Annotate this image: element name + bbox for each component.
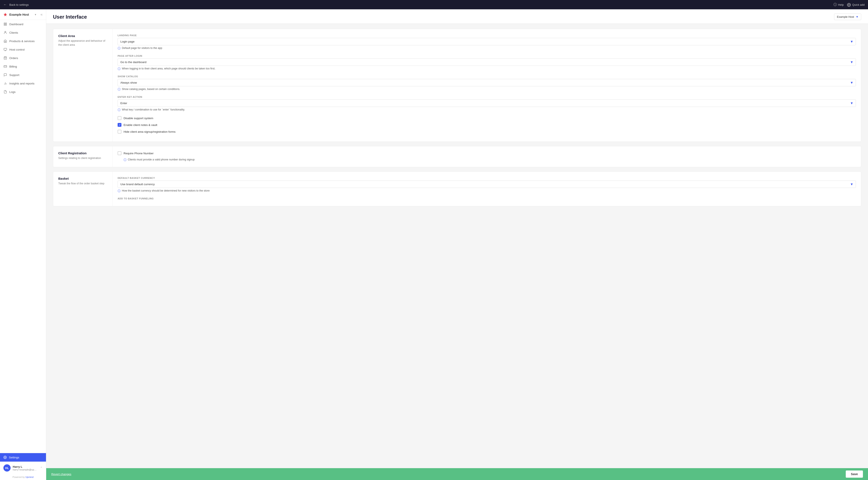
enter-key-action-select[interactable]: Enter bbox=[118, 100, 856, 107]
host-selector-chevron-icon: ▼ bbox=[856, 15, 859, 19]
user-initials: HL bbox=[5, 467, 9, 470]
info-icon: ⓘ bbox=[118, 46, 121, 50]
billing-icon bbox=[3, 65, 7, 68]
help-button[interactable]: ⓘ Help bbox=[833, 3, 844, 7]
info-icon: ⓘ bbox=[124, 158, 126, 162]
sidebar-item-label: Orders bbox=[9, 57, 18, 60]
sidebar-item-label: Billing bbox=[9, 65, 17, 68]
page-after-login-select[interactable]: Go to the dashboard bbox=[118, 59, 856, 66]
section-left: Basket Tweak the flow of the order baske… bbox=[53, 172, 113, 206]
require-phone-label: Require Phone Number bbox=[124, 152, 154, 155]
disable-support-checkbox-row[interactable]: Disable support system bbox=[118, 116, 856, 120]
landing-page-field: LANDING PAGE Login page ▼ ⓘ Default page… bbox=[118, 34, 856, 50]
default-basket-currency-info: ⓘ How the basket currency should be dete… bbox=[118, 189, 856, 193]
footer-bar: Revert changes Save bbox=[46, 468, 868, 480]
basket-title: Basket bbox=[58, 177, 107, 180]
require-phone-checkbox-row[interactable]: Require Phone Number bbox=[118, 151, 856, 155]
landing-page-select[interactable]: Login page bbox=[118, 38, 856, 45]
topbar: ← Back to settings ⓘ Help ⨁ Quick add bbox=[0, 0, 868, 9]
hide-signup-checkbox[interactable] bbox=[118, 130, 121, 134]
upmind-link[interactable]: Upmind bbox=[25, 476, 33, 478]
sidebar-item-host-control[interactable]: Host control bbox=[0, 45, 46, 54]
enter-key-action-label: ENTER KEY ACTION bbox=[118, 96, 856, 98]
default-basket-currency-label: DEFAULT BASKET CURRENCY bbox=[118, 177, 856, 179]
sidebar-item-support[interactable]: Support bbox=[0, 71, 46, 79]
sidebar-item-dashboard[interactable]: Dashboard bbox=[0, 20, 46, 28]
host-selector-label: Example Host bbox=[837, 15, 854, 19]
sidebar-item-orders[interactable]: Orders bbox=[0, 54, 46, 62]
client-registration-title: Client Registration bbox=[58, 151, 107, 155]
client-registration-section: Client Registration Settings relating to… bbox=[53, 146, 861, 167]
basket-section: Basket Tweak the flow of the order baske… bbox=[53, 171, 861, 206]
section-right: Require Phone Number ⓘ Clients must prov… bbox=[113, 146, 861, 167]
enable-client-notes-label: Enable client notes & vault bbox=[124, 124, 157, 127]
info-text: How the basket currency should be determ… bbox=[122, 189, 210, 192]
info-icon: ⓘ bbox=[118, 88, 121, 92]
back-to-settings-link[interactable]: Back to settings bbox=[9, 3, 29, 6]
section-left: Client Area Adjust the appearance and be… bbox=[53, 29, 113, 142]
settings-label: Settings bbox=[9, 456, 19, 459]
info-text: Clients must provide a valid phone numbe… bbox=[128, 158, 194, 161]
sidebar-item-products-services[interactable]: Products & services bbox=[0, 37, 46, 45]
svg-rect-10 bbox=[4, 65, 6, 67]
sidebar-item-billing[interactable]: Billing bbox=[0, 62, 46, 71]
products-icon bbox=[3, 39, 7, 43]
client-registration-desc: Settings relating to client registration bbox=[58, 156, 107, 160]
hide-signup-label: Hide client area signup/registration for… bbox=[124, 130, 176, 133]
info-text: When logging in to their client area, wh… bbox=[122, 67, 215, 70]
show-catalog-label: SHOW CATALOG bbox=[118, 75, 856, 78]
require-phone-checkbox[interactable] bbox=[118, 151, 121, 155]
add-to-basket-funneling-label: ADD TO BASKET FUNNELING bbox=[118, 197, 856, 200]
host-control-icon bbox=[3, 47, 7, 52]
quick-add-button[interactable]: ⨁ Quick add bbox=[847, 2, 865, 7]
main-header: User Interface Example Host ▼ bbox=[46, 9, 868, 24]
disable-support-checkbox[interactable] bbox=[118, 116, 121, 120]
sidebar-item-label: Clients bbox=[9, 31, 18, 34]
host-selector[interactable]: Example Host ▼ bbox=[834, 13, 861, 20]
page-after-login-info: ⓘ When logging in to their client area, … bbox=[118, 67, 856, 71]
enter-key-action-select-wrapper: Enter ▼ bbox=[118, 100, 856, 107]
sidebar-item-label: Products & services bbox=[9, 40, 35, 43]
show-catalog-field: SHOW CATALOG Always show ▼ ⓘ Show catalo… bbox=[118, 75, 856, 92]
user-row[interactable]: HL Harry L harry+example@upmind.... ⌃ bbox=[0, 461, 46, 474]
sidebar-item-label: Insights and reports bbox=[9, 82, 35, 85]
svg-marker-0 bbox=[4, 13, 7, 16]
main-body: Client Area Adjust the appearance and be… bbox=[46, 24, 868, 480]
user-name: Harry L bbox=[13, 465, 38, 468]
sidebar-item-logs[interactable]: Logs bbox=[0, 88, 46, 96]
section-left: Client Registration Settings relating to… bbox=[53, 146, 113, 167]
show-catalog-select-wrapper: Always show ▼ bbox=[118, 79, 856, 87]
layout: Example Host ▼ « Dashboard Clients bbox=[0, 9, 868, 480]
default-basket-currency-select[interactable]: Use brand default currency bbox=[118, 180, 856, 188]
show-catalog-select[interactable]: Always show bbox=[118, 79, 856, 87]
enable-client-notes-checkbox-row[interactable]: Enable client notes & vault bbox=[118, 123, 856, 127]
svg-rect-6 bbox=[4, 48, 6, 50]
page-after-login-select-wrapper: Go to the dashboard ▼ bbox=[118, 59, 856, 66]
sidebar-item-insights-reports[interactable]: Insights and reports bbox=[0, 79, 46, 88]
sidebar-collapse-icon[interactable]: « bbox=[40, 12, 42, 17]
landing-page-select-wrapper: Login page ▼ bbox=[118, 38, 856, 45]
hide-signup-checkbox-row[interactable]: Hide client area signup/registration for… bbox=[118, 130, 856, 134]
sidebar-logo[interactable]: Example Host ▼ « bbox=[0, 9, 46, 20]
section-inner: Client Registration Settings relating to… bbox=[53, 146, 861, 167]
require-phone-info: ⓘ Clients must provide a valid phone num… bbox=[124, 158, 856, 162]
page-after-login-label: PAGE AFTER LOGIN bbox=[118, 55, 856, 57]
info-text: Default page for visitors to the app bbox=[122, 46, 162, 49]
dashboard-icon bbox=[3, 22, 7, 26]
orders-icon bbox=[3, 56, 7, 60]
save-button[interactable]: Save bbox=[846, 471, 863, 478]
sidebar: Example Host ▼ « Dashboard Clients bbox=[0, 9, 46, 480]
info-icon: ⓘ bbox=[118, 189, 121, 193]
section-right: LANDING PAGE Login page ▼ ⓘ Default page… bbox=[113, 29, 861, 142]
sidebar-item-clients[interactable]: Clients bbox=[0, 28, 46, 37]
settings-button[interactable]: Settings bbox=[0, 453, 46, 461]
user-email: harry+example@upmind.... bbox=[13, 468, 38, 471]
section-inner: Basket Tweak the flow of the order baske… bbox=[53, 172, 861, 206]
default-basket-currency-select-wrapper: Use brand default currency ▼ bbox=[118, 180, 856, 188]
revert-changes-button[interactable]: Revert changes bbox=[51, 473, 71, 476]
svg-rect-3 bbox=[4, 24, 5, 25]
chevron-down-icon: ▼ bbox=[34, 13, 37, 16]
enable-client-notes-checkbox[interactable] bbox=[118, 123, 121, 127]
info-text: What key / combination to use for `enter… bbox=[122, 108, 185, 111]
sidebar-logo-text: Example Host bbox=[9, 13, 29, 16]
